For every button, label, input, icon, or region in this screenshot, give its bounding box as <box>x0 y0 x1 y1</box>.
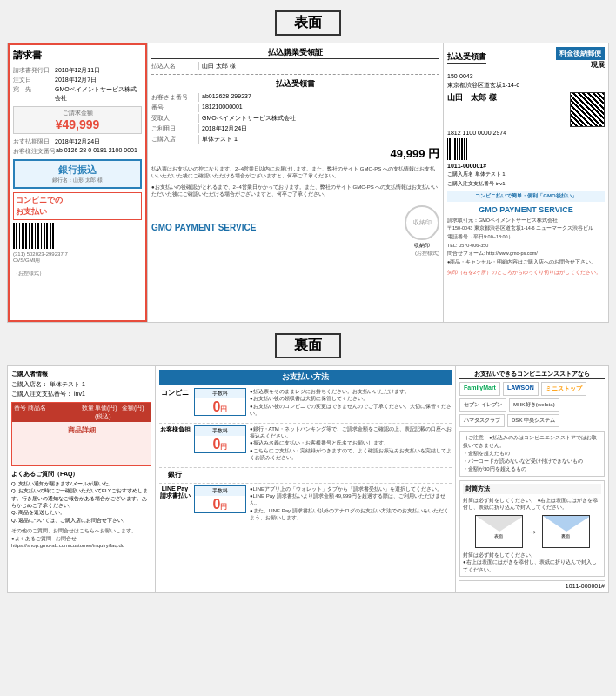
receipt-title2: 払込受領書 <box>151 78 439 90</box>
qr-code <box>570 92 605 127</box>
method-fee-label-linepay: 手数料 <box>195 486 245 496</box>
url-label: 問合せフォーム: http://www.gmo-ps.com/ <box>447 251 605 258</box>
receipt-middle-title: 払込購業受領証 <box>151 47 439 59</box>
receipt-payer-row: 払込人名 山田 太郎 様 <box>151 62 439 70</box>
receipt-panel: 払込購業受領証 払込人名 山田 太郎 様 払込受領書 お客さま番号 ab0126… <box>147 44 443 322</box>
items-col-name: 商品名 <box>28 404 82 421</box>
store-logos: FamilyMart LAWSON ミニストップ セブン-イレブン MHK好き(… <box>459 382 605 427</box>
gmo-label2: GMO PAYMENT SERVICE <box>447 205 605 214</box>
items-label: 商品詳細 <box>68 426 96 434</box>
invoice-date2-label: 注文日 <box>13 76 55 84</box>
payment-receipt-title: 払込受領書 <box>447 51 486 64</box>
barcode-text2: 1011-000001# <box>447 163 605 169</box>
receipt-payer-label: 払込人名 <box>151 62 199 70</box>
receipt-to-value: GMOペイメントサービス株式会社 <box>202 114 439 123</box>
account: 1812 1100 0000 2974 <box>447 130 605 136</box>
receipt-to-row: 受取人 GMOペイメントサービス株式会社 <box>151 114 439 123</box>
stamp-circle: 収納印 <box>405 205 439 240</box>
back-row: ご購入者情報 ご購入店名： 単体テスト 1 ご購入注文支払番号： inv1 番号… <box>8 366 608 592</box>
address-block: 150-0043 東京都渋谷区道玄坂1-14-6 <box>447 72 605 90</box>
address: 東京都渋谷区道玄坂1-14-6 <box>447 81 605 90</box>
method-desc-linepay: ●LINEアプリ上の「ウォレット」タブから「請求書受払い」を選択してください。●… <box>250 485 452 522</box>
stamp-label: 収納印 <box>414 242 430 250</box>
receipt-to-label: 受取人 <box>151 114 199 123</box>
bottom-code: 1011-000001# <box>459 580 605 589</box>
method-name-bank2: 銀行 <box>159 470 191 479</box>
invoice-title: 請求書 <box>13 49 142 64</box>
envelope2: 裏面 <box>542 515 590 548</box>
tel-value: TEL: 0570-006-350 <box>447 243 605 250</box>
receipt-order-num-value: inv1 <box>496 181 506 186</box>
sealing-desc: 封筒は必ず封をしてください。 ●右上は表面にはがきを添付し、表紙に折り込んで封入… <box>463 497 601 512</box>
footer-note: その他のご質問、お問合せはこちらへお願いします。 ●よくあるご質問 · お問合せ… <box>11 527 151 549</box>
invoice-date1-value: 2018年12月11日 <box>55 66 100 75</box>
front-section-header: 表面 <box>7 7 609 39</box>
receipt-shop-row: ご購入店 単体テスト 1 <box>151 135 439 144</box>
front-title: 表面 <box>275 10 341 36</box>
receipt-desc2: ●お支払いの後確認がとれるまで、2~4営業日かかっております。また、弊社のサイト… <box>151 184 439 198</box>
purchase-shop-label: ご購入店名： <box>11 381 48 387</box>
postal-code: 150-0043 <box>447 72 605 81</box>
invoice-order-row: お客様注文番号 ab 0126 28-0 0181 2100 0001 <box>13 147 142 156</box>
company-address: 〒150-0043 東京都渋谷区道玄坂1-14-6 ニューマークス渋谷ビル <box>447 225 605 232</box>
invoice-to-label: 宛 先 <box>13 85 55 103</box>
store-lawson: LAWSON <box>503 382 539 396</box>
invoice-barcode <box>13 223 142 249</box>
convenience-label: コンビニ払いで簡単・便利「GMO後払い」 <box>447 191 605 202</box>
postal-header: 料金後納郵便 現展 <box>556 47 605 70</box>
arrow-icon1: → <box>526 525 539 539</box>
back-title: 裏面 <box>275 333 341 358</box>
convenience-section: コンビニでの お支払い <box>13 192 142 220</box>
method-fee-box-linepay: 手数料 0円 <box>194 485 246 513</box>
envelope1: 表面 <box>475 515 523 548</box>
payment-method-convenience: コンビニ 手数料 0円 ●払込票をそのままレジにお持ちください。お支払いいただけ… <box>159 388 452 418</box>
invoice-amount-value: ¥49,999 <box>17 117 137 131</box>
receipt-amount-value: 49,999 <box>391 147 425 160</box>
recipient-row: 山田 太郎 様 <box>447 92 605 127</box>
gmo-logo: GMO PAYMENT SERVICE <box>151 223 256 232</box>
receipt-barcode <box>447 138 605 160</box>
convenience-payment: お支払い <box>16 206 139 218</box>
convenience-title: コンビニでの <box>16 195 139 206</box>
company-name: 請求取引元：GMOペイメントサービス株式会社 <box>447 218 605 224</box>
cvs-label: CVS/GMI用 <box>13 257 142 264</box>
footer-url: https://shop.gmo-ab.com/customer/inquiry… <box>11 542 151 549</box>
method-fee-value-bank: 0円 <box>195 436 245 452</box>
back-left-panel: ご購入者情報 ご購入店名： 単体テスト 1 ご購入注文支払番号： inv1 番号… <box>8 366 156 592</box>
method-desc-convenience: ●払込票をそのままレジにお持ちください。お支払いいただけます。●お支払い後の領収… <box>250 388 452 418</box>
receipt-shop-label: ご購入店 <box>151 135 199 144</box>
method-fee-unit-bank: 円 <box>220 443 227 451</box>
method-fee-unit-convenience: 円 <box>220 405 227 413</box>
receipt-shop-value: 単体テスト 1 <box>202 135 439 144</box>
convenience-note1: （ご注意）●払込みのみはコンビニエンスストアではお取扱いできません。 ・金額を超… <box>459 431 605 477</box>
note-label: (お控様式) <box>151 250 439 258</box>
front-section: 請求書 請求書発行日 2018年12月11日 注文日 2018年12月7日 宛 … <box>7 43 609 323</box>
arrow-note: 矢印（右を2ヶ所）のところからゆっくり切りはがしてください。 <box>447 270 605 277</box>
method-fee-value-linepay: 0円 <box>195 496 245 512</box>
payment-method-bank: お客様負担 手数料 0円 ●銀行・ATM・ネットバンキング等で、ご請求金額をご確… <box>159 425 452 462</box>
receipt-payer-value: 山田 太郎 様 <box>202 62 439 70</box>
store-hamadasclub: ハマダスクラブ <box>459 414 505 427</box>
invoice-order-label: お客様注文番号 <box>13 147 56 156</box>
faq-q2: Q. お支払いの時にご一確認いただいてELYごおすすめします。行き届いの通知なご… <box>11 487 151 509</box>
store-ministop: ミニストップ <box>541 382 586 396</box>
bank-label-row: 銀行 <box>159 470 452 479</box>
receipt-shop-name-value: 単体テスト 1 <box>475 171 506 177</box>
store-welcia: MHK好き(welcia) <box>509 398 559 412</box>
items-col-price: 単価(円)(税込) <box>95 404 122 421</box>
receipt-order-label: ご購入注文支払番号 inv1 <box>447 180 605 188</box>
payment-receipt-panel: 払込受領書 料金後納郵便 現展 150-0043 東京都渋谷区道玄坂1-14-6… <box>443 44 608 322</box>
invoice-to-value: GMOペイメントサービス株式会社 <box>55 85 142 103</box>
postal-header2: 現展 <box>556 60 605 70</box>
invoice-due-label: お支払期限日 <box>13 137 55 146</box>
method-name-linepay: LINE Pay 請求書払い <box>159 485 191 500</box>
sealing-title: 封筒方法 <box>463 484 601 494</box>
customer-label: お客さま番号 <box>151 93 199 102</box>
method-fee-unit-linepay: 円 <box>220 503 227 511</box>
purchase-order-label: ご購入注文支払番号： <box>11 391 72 397</box>
bank-label: 銀行振込 <box>17 164 137 177</box>
invoice-date2-row: 注文日 2018年12月7日 <box>13 76 142 84</box>
envelope-shape2: 裏面 <box>542 515 590 548</box>
divider-convenience <box>159 423 452 424</box>
recipient: 山田 太郎 様 <box>447 92 497 104</box>
